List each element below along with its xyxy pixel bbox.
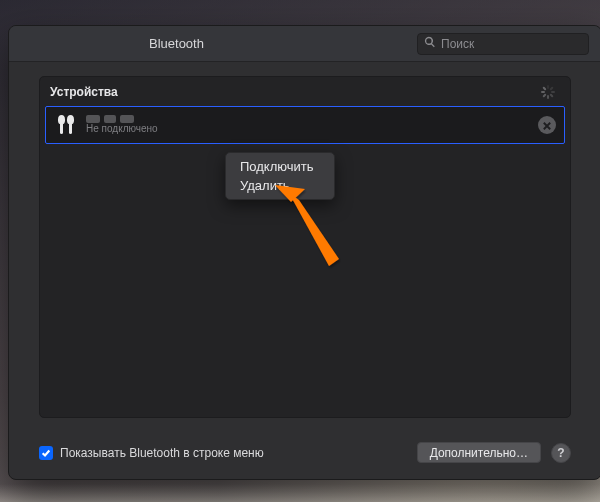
search-field[interactable] bbox=[417, 33, 589, 55]
show-in-menu-label: Показывать Bluetooth в строке меню bbox=[60, 446, 264, 460]
search-input[interactable] bbox=[441, 37, 582, 51]
remove-device-button[interactable] bbox=[538, 116, 556, 134]
titlebar: Bluetooth bbox=[9, 26, 600, 62]
devices-panel-title: Устройства bbox=[50, 85, 118, 99]
advanced-button[interactable]: Дополнительно… bbox=[417, 442, 541, 463]
menu-item-remove[interactable]: Удалить bbox=[226, 176, 334, 195]
footer: Показывать Bluetooth в строке меню Допол… bbox=[39, 442, 571, 463]
airpods-icon bbox=[54, 113, 78, 137]
devices-panel-header: Устройства bbox=[40, 77, 570, 106]
help-button[interactable]: ? bbox=[551, 443, 571, 463]
device-row[interactable]: Не подключено bbox=[45, 106, 565, 144]
device-text: Не подключено bbox=[86, 115, 158, 135]
scanning-spinner-icon bbox=[540, 84, 556, 100]
show-in-menu-checkbox[interactable] bbox=[39, 446, 53, 460]
content-area: Устройства Не подключено bbox=[9, 62, 600, 432]
device-name bbox=[86, 115, 158, 123]
dock-hint bbox=[0, 484, 600, 502]
window-title: Bluetooth bbox=[149, 36, 204, 51]
close-icon bbox=[543, 116, 551, 134]
devices-panel: Устройства Не подключено bbox=[39, 76, 571, 418]
device-context-menu: Подключить Удалить bbox=[225, 152, 335, 200]
bluetooth-preferences-window: Bluetooth Устройства bbox=[8, 25, 600, 480]
checkmark-icon bbox=[41, 444, 51, 462]
search-icon bbox=[424, 36, 441, 51]
menu-item-connect[interactable]: Подключить bbox=[226, 157, 334, 176]
device-status: Не подключено bbox=[86, 123, 158, 135]
